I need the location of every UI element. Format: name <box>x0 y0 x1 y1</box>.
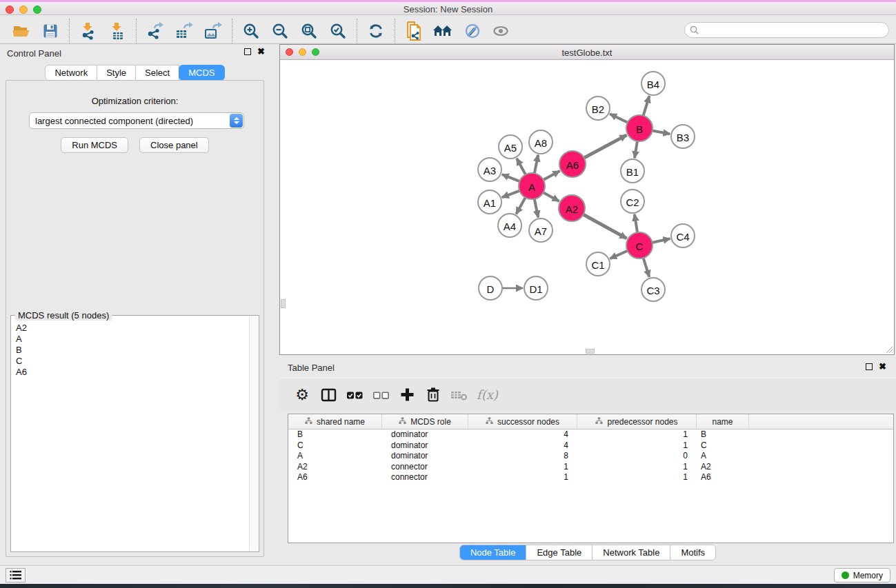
graph-node-B3[interactable]: B3 <box>671 125 695 148</box>
horizontal-scroll-thumb[interactable] <box>586 349 595 354</box>
tab-network-table[interactable]: Network Table <box>592 545 670 560</box>
graph-node-B4[interactable]: B4 <box>641 72 665 95</box>
table-cell: B <box>288 429 382 440</box>
close-panel-button[interactable]: Close panel <box>139 137 209 153</box>
graph-node-D1[interactable]: D1 <box>524 276 548 300</box>
result-item-a6[interactable]: A6 <box>12 367 248 378</box>
table-cell: A2 <box>697 462 749 473</box>
show-columns-button[interactable] <box>317 383 340 407</box>
graphics-details-button[interactable] <box>457 19 486 43</box>
graph-node-B1[interactable]: B1 <box>621 159 644 183</box>
graph-node-C[interactable]: C <box>626 232 653 258</box>
column-header-name[interactable]: name <box>697 414 749 429</box>
mcds-result-title: MCDS result (5 nodes) <box>15 310 112 321</box>
import-network-button[interactable] <box>74 19 103 43</box>
graph-node-B[interactable]: B <box>626 115 653 141</box>
column-header-predecessor-nodes[interactable]: predecessor nodes <box>577 414 697 429</box>
graph-node-A4[interactable]: A4 <box>498 214 521 237</box>
graph-node-A6[interactable]: A6 <box>559 151 586 177</box>
table-row-a2[interactable]: A2connector11A2 <box>288 462 893 473</box>
result-item-a2[interactable]: A2 <box>12 323 248 334</box>
tab-motifs[interactable]: Motifs <box>670 545 715 560</box>
table-row-a6[interactable]: A6connector11A6 <box>288 472 893 483</box>
task-history-button[interactable] <box>6 568 26 582</box>
graph-node-A[interactable]: A <box>519 173 545 199</box>
graph-node-C3[interactable]: C3 <box>641 278 665 301</box>
export-table-button[interactable] <box>170 19 199 43</box>
result-scrollbar[interactable] <box>249 316 258 551</box>
zoom-in-button[interactable] <box>237 19 266 43</box>
run-mcds-button[interactable]: Run MCDS <box>61 137 128 153</box>
create-column-button[interactable] <box>395 383 419 407</box>
graph-node-label: A6 <box>566 159 579 171</box>
desktop-background <box>0 584 896 588</box>
column-header-mcds-role[interactable]: MCDS role <box>382 414 468 429</box>
graph-node-B2[interactable]: B2 <box>586 97 610 120</box>
float-table-panel-icon[interactable] <box>866 363 873 370</box>
zoom-group <box>232 19 357 43</box>
table-row-c[interactable]: Cdominator41C <box>288 440 893 452</box>
criterion-dropdown[interactable]: largest connected component (directed) <box>29 112 244 129</box>
memory-button[interactable]: Memory <box>834 568 890 582</box>
tab-network[interactable]: Network <box>45 65 97 81</box>
graph-node-A5[interactable]: A5 <box>499 135 522 159</box>
duplicate-network-button[interactable] <box>399 19 428 43</box>
graph-node-C1[interactable]: C1 <box>586 252 610 276</box>
export-network-button[interactable] <box>141 19 170 43</box>
tab-node-table[interactable]: Node Table <box>460 545 526 560</box>
tab-select[interactable]: Select <box>135 65 179 81</box>
apply-layout-button[interactable] <box>361 19 390 43</box>
delete-table-button[interactable] <box>448 383 471 407</box>
search-input[interactable] <box>699 23 888 37</box>
tab-style[interactable]: Style <box>97 65 136 81</box>
table-row-a[interactable]: Adominator80A <box>288 451 893 462</box>
delete-columns-button[interactable] <box>421 383 445 407</box>
open-session-button[interactable] <box>7 19 36 43</box>
table-cell: connector <box>382 462 468 473</box>
columns-icon <box>321 387 337 403</box>
close-table-panel-icon[interactable]: ✖ <box>879 363 886 370</box>
graph-node-C2[interactable]: C2 <box>621 190 644 213</box>
zoom-out-button[interactable] <box>266 19 295 43</box>
import-table-button[interactable] <box>103 19 132 43</box>
graph-node-label: A7 <box>535 225 547 237</box>
graph-node-D[interactable]: D <box>479 276 502 300</box>
graph-node-A3[interactable]: A3 <box>478 158 501 181</box>
column-header-successor-nodes[interactable]: successor nodes <box>468 414 577 429</box>
table-settings-button[interactable]: ⚙ <box>290 383 314 407</box>
save-session-button[interactable] <box>36 19 65 43</box>
bird-eye-view-button[interactable] <box>486 19 515 43</box>
graph-node-label: B4 <box>647 79 659 90</box>
node-table-body: Bdominator41BCdominator41CAdominator80AA… <box>288 429 893 483</box>
float-panel-icon[interactable] <box>244 48 251 55</box>
table-row-b[interactable]: Bdominator41B <box>288 429 893 440</box>
copy-network-icon <box>405 21 423 41</box>
column-header-shared-name[interactable]: shared name <box>288 414 382 429</box>
mcds-result-list: A2ABCA6 <box>12 321 248 551</box>
graph-node-A8[interactable]: A8 <box>529 130 552 154</box>
vertical-scroll-thumb[interactable] <box>281 299 286 308</box>
close-panel-icon[interactable]: ✖ <box>257 48 265 55</box>
graph-node-A2[interactable]: A2 <box>559 195 585 221</box>
resize-grip-icon[interactable] <box>885 345 893 354</box>
result-item-a[interactable]: A <box>12 334 248 345</box>
select-all-rows-button[interactable] <box>343 383 366 407</box>
home-view-button[interactable] <box>428 19 457 43</box>
table-cell: A6 <box>288 472 382 483</box>
table-cell: B <box>697 429 749 440</box>
network-canvas[interactable]: B4B2BB3A8A5A6A3B1AC2A1A2A4A7C4CC1DD1C3 <box>280 60 894 354</box>
checked-boxes-icon <box>346 387 364 403</box>
result-item-b[interactable]: B <box>12 345 248 356</box>
deselect-all-rows-button[interactable] <box>369 383 392 407</box>
graph-node-A7[interactable]: A7 <box>529 219 552 242</box>
graph-node-A1[interactable]: A1 <box>478 190 501 214</box>
export-image-button[interactable] <box>199 19 228 43</box>
tab-mcds[interactable]: MCDS <box>179 65 224 81</box>
graph-node-C4[interactable]: C4 <box>671 224 695 247</box>
result-item-c[interactable]: C <box>12 356 248 367</box>
zoom-fit-button[interactable] <box>295 19 323 43</box>
tab-edge-table[interactable]: Edge Table <box>526 545 592 560</box>
zoom-selected-button[interactable] <box>323 19 352 43</box>
function-builder-button[interactable]: f(x) <box>477 387 498 402</box>
mcds-buttons-row: Run MCDS Close panel <box>6 137 263 153</box>
